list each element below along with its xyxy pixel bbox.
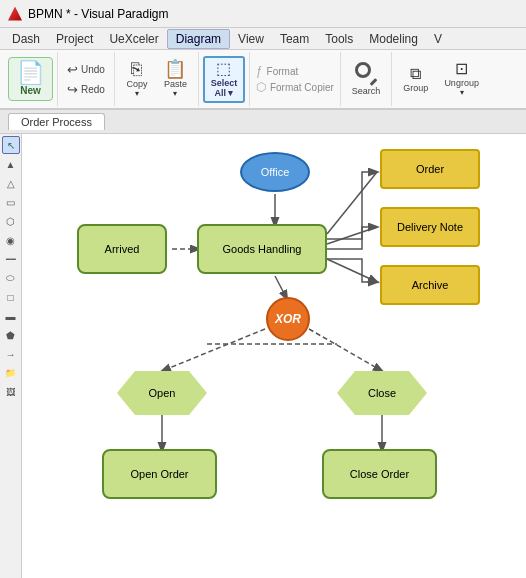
- paste-label: Paste: [164, 79, 187, 89]
- group-icon: ⧉: [410, 66, 421, 82]
- undo-label: Undo: [81, 64, 105, 75]
- ungroup-button[interactable]: ⊡ Ungroup ▾: [437, 57, 486, 101]
- undo-redo-group: ↩ Undo ↪ Redo: [58, 52, 115, 106]
- new-icon: 📄: [17, 62, 44, 84]
- redo-button[interactable]: ↪ Redo: [62, 80, 110, 99]
- left-toolbar: ↖ ▲ △ ▭ ⬡ ◉ ━━ ⬭ □ ▬ ⬟ → 📁 🖼: [0, 134, 22, 578]
- undo-redo-stack: ↩ Undo ↪ Redo: [62, 60, 110, 99]
- tool-hex[interactable]: ⬡: [2, 212, 20, 230]
- ungroup-dropdown: ▾: [460, 88, 464, 97]
- breadcrumb: Order Process: [0, 110, 526, 134]
- undo-icon: ↩: [67, 62, 78, 77]
- tool-image[interactable]: 🖼: [2, 383, 20, 401]
- redo-label: Redo: [81, 84, 105, 95]
- node-close[interactable]: Close: [337, 371, 427, 415]
- tool-circle[interactable]: ◉: [2, 231, 20, 249]
- tool-rect[interactable]: ▭: [2, 193, 20, 211]
- copy-icon: ⎘: [131, 60, 142, 78]
- select-all-label: Select: [211, 78, 238, 88]
- format-row: ƒ Format: [256, 64, 334, 78]
- node-office[interactable]: Office: [240, 152, 310, 192]
- format-label[interactable]: Format: [267, 66, 299, 77]
- paste-button[interactable]: 📋 Paste ▾: [157, 56, 194, 102]
- title-text: BPMN * - Visual Paradigm: [28, 7, 169, 21]
- redo-icon: ↪: [67, 82, 78, 97]
- node-open-order[interactable]: Open Order: [102, 449, 217, 499]
- undo-button[interactable]: ↩ Undo: [62, 60, 110, 79]
- node-delivery-note[interactable]: Delivery Note: [380, 207, 480, 247]
- format-icon: ƒ: [256, 64, 263, 78]
- copy-paste-group: ⎘ Copy ▾ 📋 Paste ▾: [115, 52, 199, 106]
- menu-project[interactable]: Project: [48, 30, 101, 48]
- select-all-button[interactable]: ⬚ Select All ▾: [203, 56, 245, 103]
- node-open[interactable]: Open: [117, 371, 207, 415]
- copy-dropdown: ▾: [135, 89, 139, 98]
- tool-line[interactable]: ━━: [2, 250, 20, 268]
- toolbar: 📄 New ↩ Undo ↪ Redo ⎘ Copy ▾ 📋 Paste ▾: [0, 50, 526, 110]
- node-close-order[interactable]: Close Order: [322, 449, 437, 499]
- search-icon: [355, 62, 377, 86]
- node-xor[interactable]: XOR: [266, 297, 310, 341]
- tool-select[interactable]: ↖: [2, 136, 20, 154]
- app-logo: [8, 7, 22, 21]
- ungroup-label: Ungroup: [444, 78, 479, 88]
- menu-modeling[interactable]: Modeling: [361, 30, 426, 48]
- tool-folder[interactable]: 📁: [2, 364, 20, 382]
- new-button[interactable]: 📄 New: [8, 57, 53, 101]
- tool-triangle[interactable]: △: [2, 174, 20, 192]
- group-button[interactable]: ⧉ Group: [396, 62, 435, 97]
- svg-line-5: [327, 259, 377, 282]
- paste-icon: 📋: [164, 60, 186, 78]
- menu-dash[interactable]: Dash: [4, 30, 48, 48]
- menu-more[interactable]: V: [426, 30, 450, 48]
- node-goods-handling[interactable]: Goods Handling: [197, 224, 327, 274]
- copy-button[interactable]: ⎘ Copy ▾: [119, 56, 155, 102]
- select-all-label2: All ▾: [214, 88, 233, 98]
- format-copier-icon: ⬡: [256, 80, 266, 94]
- tool-square[interactable]: □: [2, 288, 20, 306]
- select-all-icon: ⬚: [216, 61, 231, 77]
- tool-diamond[interactable]: ⬟: [2, 326, 20, 344]
- search-label: Search: [352, 86, 381, 96]
- node-archive[interactable]: Archive: [380, 265, 480, 305]
- breadcrumb-tab[interactable]: Order Process: [8, 113, 105, 130]
- copy-label: Copy: [126, 79, 147, 89]
- node-arrived[interactable]: Arrived: [77, 224, 167, 274]
- main-layout: ↖ ▲ △ ▭ ⬡ ◉ ━━ ⬭ □ ▬ ⬟ → 📁 🖼: [0, 134, 526, 578]
- svg-line-3: [327, 172, 377, 234]
- format-copier-label[interactable]: Format Copier: [270, 82, 334, 93]
- tool-wide-rect[interactable]: ▬: [2, 307, 20, 325]
- ungroup-icon: ⊡: [455, 61, 468, 77]
- svg-line-2: [275, 276, 287, 299]
- node-order[interactable]: Order: [380, 149, 480, 189]
- search-group: Search: [341, 52, 393, 106]
- menu-bar: Dash Project UeXceler Diagram View Team …: [0, 28, 526, 50]
- group-ungroup-group: ⧉ Group ⊡ Ungroup ▾: [392, 52, 490, 106]
- svg-line-4: [327, 227, 377, 244]
- diagram-canvas[interactable]: Office Goods Handling Arrived Order Deli…: [22, 134, 526, 578]
- new-label: New: [20, 85, 41, 96]
- search-button[interactable]: Search: [345, 58, 388, 100]
- title-bar: BPMN * - Visual Paradigm: [0, 0, 526, 28]
- menu-diagram[interactable]: Diagram: [167, 29, 230, 49]
- menu-uexceler[interactable]: UeXceler: [101, 30, 166, 48]
- menu-tools[interactable]: Tools: [317, 30, 361, 48]
- select-group: ⬚ Select All ▾: [199, 52, 250, 106]
- tool-ellipse[interactable]: ⬭: [2, 269, 20, 287]
- svg-line-6: [162, 329, 265, 371]
- format-group: ƒ Format ⬡ Format Copier: [250, 52, 341, 106]
- tool-arrow-up[interactable]: ▲: [2, 155, 20, 173]
- menu-view[interactable]: View: [230, 30, 272, 48]
- format-copier-row: ⬡ Format Copier: [256, 80, 334, 94]
- paste-dropdown: ▾: [173, 89, 177, 98]
- new-group: 📄 New: [4, 52, 58, 106]
- tool-flow[interactable]: →: [2, 345, 20, 363]
- group-label: Group: [403, 83, 428, 93]
- arrows-svg: [22, 134, 526, 578]
- svg-line-7: [309, 329, 382, 371]
- menu-team[interactable]: Team: [272, 30, 317, 48]
